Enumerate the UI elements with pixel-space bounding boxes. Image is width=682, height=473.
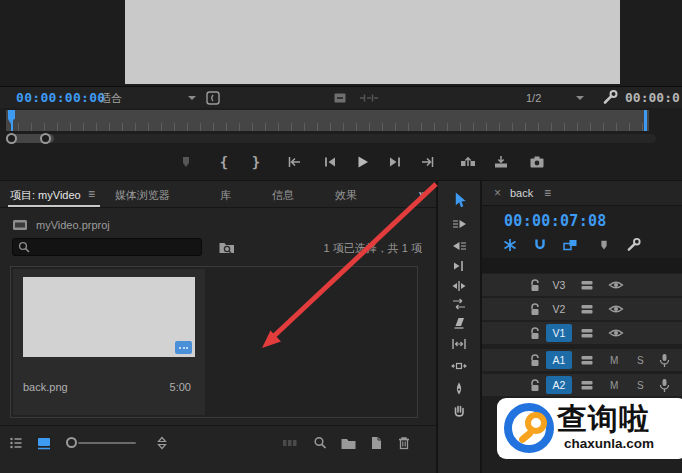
monitor-settings-button[interactable] [602, 89, 619, 106]
project-bin-area[interactable]: back.png 5:00 [10, 266, 418, 418]
wrench-icon [602, 89, 619, 106]
razor-tool[interactable] [450, 314, 468, 331]
mark-out-button[interactable]: } [246, 153, 266, 171]
tab-effects[interactable]: 效果 [335, 188, 357, 203]
ripple-edit-tool[interactable] [450, 257, 468, 274]
tab-libraries[interactable]: 库 [220, 188, 231, 203]
close-tab-icon[interactable]: × [494, 186, 501, 200]
solo-button[interactable]: S [637, 380, 644, 391]
zoom-slider-track[interactable] [78, 442, 136, 444]
item-thumbnail[interactable] [23, 277, 195, 357]
step-forward-button[interactable] [385, 153, 405, 171]
drag-audio-button[interactable] [358, 90, 380, 106]
step-back-button[interactable] [320, 153, 340, 171]
watermark-url: chaxunla.com [564, 436, 654, 451]
source-patch-icon[interactable] [580, 353, 594, 367]
safe-margins-button[interactable] [205, 90, 221, 106]
nest-sequences-button[interactable] [500, 236, 520, 254]
tab-media-browser[interactable]: 媒体浏览器 [115, 188, 170, 203]
tab-project[interactable]: 项目: myVideo [10, 188, 81, 203]
track-lock-icon[interactable] [528, 378, 542, 393]
find-button[interactable] [310, 434, 330, 452]
timeline-ruler-strip [482, 258, 682, 273]
track-target-v1[interactable]: V1 [546, 324, 572, 342]
playhead[interactable] [8, 110, 16, 131]
scrollbar-track[interactable] [6, 134, 656, 143]
zoom-level-dropdown[interactable]: 适合 [100, 90, 196, 106]
slide-tool[interactable] [450, 357, 468, 374]
track-select-forward-tool[interactable] [450, 215, 468, 232]
sequence-timecode[interactable]: 00:00:07:08 [504, 212, 607, 230]
timeline-settings-button[interactable] [624, 236, 644, 254]
overwrite-button[interactable] [491, 153, 511, 171]
mute-button[interactable]: M [610, 355, 618, 366]
go-to-out-button[interactable] [418, 153, 438, 171]
marker-icon [178, 154, 194, 170]
panel-menu-icon[interactable]: ≡ [544, 186, 551, 200]
playback-resolution-dropdown[interactable]: 1/2 [488, 90, 584, 106]
panel-overflow-chevron[interactable]: » [418, 186, 426, 202]
source-patch-icon[interactable] [580, 278, 594, 292]
search-input[interactable] [12, 238, 202, 256]
voiceover-mic-icon[interactable] [658, 353, 671, 368]
rolling-edit-tool[interactable] [450, 277, 468, 294]
sort-icons-button[interactable] [152, 434, 172, 452]
track-lock-icon[interactable] [528, 326, 542, 341]
drag-video-button[interactable] [332, 90, 348, 106]
new-item-button[interactable] [366, 434, 386, 452]
project-file-row[interactable]: myVideo.prproj [12, 217, 110, 233]
scrollbar-right-handle[interactable] [40, 133, 51, 144]
icon-view-button[interactable] [34, 434, 54, 452]
toggle-track-output-eye-icon[interactable] [608, 327, 624, 339]
scrollbar-left-handle[interactable] [6, 133, 17, 144]
track-target-a2[interactable]: A2 [546, 376, 572, 394]
track-select-backward-tool[interactable] [450, 237, 468, 254]
monitor-time-ruler[interactable] [6, 110, 649, 131]
pen-tool[interactable] [450, 380, 468, 397]
export-frame-button[interactable] [527, 153, 547, 171]
track-target-v2[interactable]: V2 [546, 300, 572, 318]
mute-button[interactable]: M [610, 380, 618, 391]
track-target-a1[interactable]: A1 [546, 351, 572, 369]
toggle-track-output-eye-icon[interactable] [608, 303, 624, 315]
add-marker-button[interactable] [594, 236, 614, 254]
add-marker-button[interactable] [176, 153, 196, 171]
selection-tool[interactable] [450, 192, 468, 209]
toggle-track-output-eye-icon[interactable] [608, 279, 624, 291]
track-lock-icon[interactable] [528, 353, 542, 368]
voiceover-mic-icon[interactable] [658, 378, 671, 393]
play-icon [354, 154, 370, 170]
linked-selection-button[interactable] [560, 236, 580, 254]
project-item-back-png[interactable]: back.png 5:00 [13, 269, 205, 415]
source-patch-icon[interactable] [580, 302, 594, 316]
overwrite-icon [492, 154, 510, 170]
snap-button[interactable] [530, 236, 550, 254]
solo-button[interactable]: S [637, 355, 644, 366]
zoom-slider-handle[interactable] [66, 437, 77, 448]
track-lock-icon[interactable] [528, 278, 542, 293]
play-button[interactable] [352, 153, 372, 171]
lift-button[interactable] [458, 153, 478, 171]
source-patch-icon[interactable] [580, 326, 594, 340]
slip-tool[interactable] [450, 335, 468, 352]
mark-in-button[interactable]: { [214, 153, 234, 171]
selection-status: 1 项已选择，共 1 项 [324, 241, 422, 256]
track-lock-icon[interactable] [528, 302, 542, 317]
tab-info[interactable]: 信息 [272, 188, 294, 203]
panel-menu-icon[interactable]: ≡ [88, 187, 95, 201]
chevron-down-icon [576, 96, 584, 100]
watermark-logo-icon [504, 403, 554, 453]
track-target-v3[interactable]: V3 [546, 276, 572, 294]
list-view-button[interactable] [6, 434, 26, 452]
source-patch-icon[interactable] [580, 378, 594, 392]
folder-search-icon [218, 240, 236, 255]
sequence-tab[interactable]: back [510, 187, 533, 199]
search-in-bin-button[interactable] [216, 238, 238, 256]
hand-icon [451, 403, 467, 419]
new-bin-button[interactable] [338, 434, 358, 452]
rate-stretch-tool[interactable] [450, 295, 468, 312]
go-to-in-button[interactable] [284, 153, 304, 171]
automate-to-sequence-button[interactable] [280, 434, 300, 452]
delete-button[interactable] [394, 434, 414, 452]
hand-tool[interactable] [450, 402, 468, 419]
